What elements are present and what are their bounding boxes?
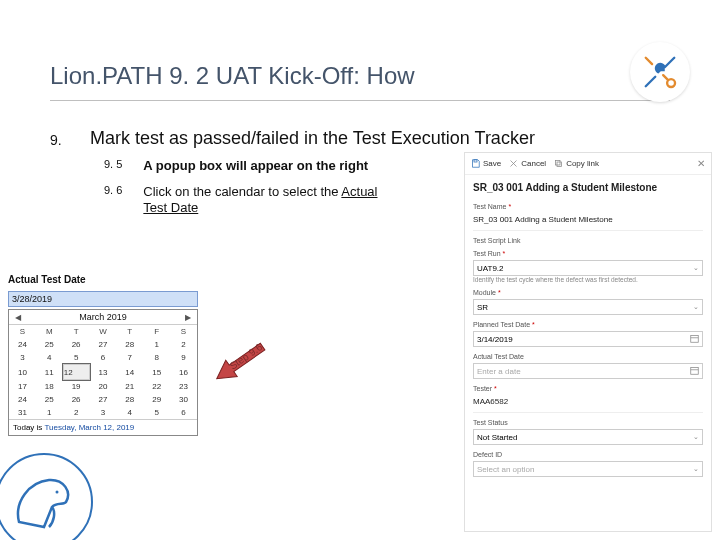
svg-rect-7: [557, 162, 562, 167]
calendar-day[interactable]: 7: [116, 351, 143, 364]
calendar-day[interactable]: 6: [170, 406, 197, 419]
save-button[interactable]: Save: [471, 159, 501, 168]
label-status: Test Status: [473, 419, 703, 426]
label-defect: Defect ID: [473, 451, 703, 458]
calendar-prev-icon[interactable]: ◀: [13, 313, 23, 322]
substep-95: 9. 5 A popup box will appear on the righ…: [104, 158, 393, 174]
calendar-day[interactable]: 4: [116, 406, 143, 419]
calendar-day[interactable]: 29: [143, 393, 170, 406]
calendar-day[interactable]: 26: [63, 338, 90, 351]
calendar-day[interactable]: 2: [63, 406, 90, 419]
input-planned-date[interactable]: 3/14/2019: [473, 331, 703, 347]
substep-96: 9. 6 Click on the calendar to select the…: [104, 184, 393, 217]
svg-rect-9: [691, 367, 699, 374]
label-testrun: Test Run: [473, 250, 703, 257]
value-tester: MAA6582: [473, 395, 703, 413]
calendar-day[interactable]: 18: [36, 380, 63, 393]
calendar-day[interactable]: 27: [90, 393, 117, 406]
value-testname: SR_03 001 Adding a Student Milestone: [473, 213, 703, 231]
calendar-day[interactable]: 31: [9, 406, 36, 419]
label-module: Module: [473, 289, 703, 296]
svg-rect-6: [556, 161, 561, 166]
form-panel: Save Cancel Copy link ✕ SR_03 001 Adding…: [464, 152, 712, 532]
calendar-day[interactable]: 14: [116, 364, 143, 380]
calendar-day[interactable]: 25: [36, 393, 63, 406]
calendar-day[interactable]: 28: [116, 338, 143, 351]
calendar-day[interactable]: 27: [90, 338, 117, 351]
calendar-day[interactable]: 30: [170, 393, 197, 406]
input-actual-date[interactable]: Enter a date: [473, 363, 703, 379]
label-planned: Planned Test Date: [473, 321, 703, 328]
calendar-day[interactable]: 4: [36, 351, 63, 364]
callout-step-96: Step 9.6: [210, 340, 280, 394]
calendar-month: March 2019: [79, 312, 127, 322]
title-underline: [50, 100, 670, 101]
calendar-day[interactable]: 8: [143, 351, 170, 364]
calendar-popup: Actual Test Date 3/28/2019 ◀ March 2019 …: [8, 274, 208, 436]
copy-link-button[interactable]: Copy link: [554, 159, 599, 168]
svg-point-10: [0, 454, 92, 540]
actual-date-input[interactable]: 3/28/2019: [8, 291, 198, 307]
calendar-today[interactable]: Today is Tuesday, March 12, 2019: [9, 419, 197, 435]
calendar-day[interactable]: 11: [36, 364, 63, 380]
close-icon[interactable]: ✕: [697, 158, 705, 169]
step-number: 9.: [50, 132, 62, 148]
calendar-field-label: Actual Test Date: [8, 274, 208, 285]
svg-text:Step 9.6: Step 9.6: [227, 341, 264, 372]
calendar-day[interactable]: 26: [63, 393, 90, 406]
calendar-day[interactable]: 2: [170, 338, 197, 351]
svg-rect-5: [474, 160, 477, 162]
calendar-day[interactable]: 5: [143, 406, 170, 419]
select-testrun[interactable]: UAT9.2⌄: [473, 260, 703, 276]
calendar-day[interactable]: 28: [116, 393, 143, 406]
label-testname: Test Name: [473, 203, 703, 210]
cancel-button[interactable]: Cancel: [509, 159, 546, 168]
calendar-day[interactable]: 24: [9, 338, 36, 351]
calendar-day[interactable]: 3: [9, 351, 36, 364]
calendar-icon[interactable]: [690, 366, 699, 377]
select-module[interactable]: SR⌄: [473, 299, 703, 315]
calendar-day[interactable]: 25: [36, 338, 63, 351]
calendar-day[interactable]: 6: [90, 351, 117, 364]
calendar-day[interactable]: 21: [116, 380, 143, 393]
calendar-day[interactable]: 10: [9, 364, 36, 380]
calendar-day[interactable]: 13: [90, 364, 117, 380]
svg-rect-8: [691, 335, 699, 342]
select-defect[interactable]: Select an option⌄: [473, 461, 703, 477]
calendar-day[interactable]: 24: [9, 393, 36, 406]
select-status[interactable]: Not Started⌄: [473, 429, 703, 445]
step-text: Mark test as passed/failed in the Test E…: [90, 128, 535, 149]
calendar-day[interactable]: 17: [9, 380, 36, 393]
page-title: Lion.PATH 9. 2 UAT Kick-Off: How: [50, 62, 415, 90]
label-tester: Tester: [473, 385, 703, 392]
hint-testrun: Identify the test cycle where the defect…: [473, 276, 703, 283]
calendar-icon[interactable]: [690, 334, 699, 345]
calendar-next-icon[interactable]: ▶: [183, 313, 193, 322]
calendar-day[interactable]: 15: [143, 364, 170, 380]
calendar-day[interactable]: 22: [143, 380, 170, 393]
label-testscript: Test Script Link: [473, 237, 703, 244]
panel-title: SR_03 001 Adding a Student Milestone: [465, 175, 711, 197]
lion-logo-icon: [0, 452, 94, 540]
wrench-icon: [630, 42, 690, 102]
calendar-day[interactable]: 3: [90, 406, 117, 419]
calendar-day[interactable]: 16: [170, 364, 197, 380]
calendar-widget[interactable]: ◀ March 2019 ▶ SMTWTFS242526272812345678…: [8, 309, 198, 436]
label-actual: Actual Test Date: [473, 353, 703, 360]
calendar-day[interactable]: 5: [63, 351, 90, 364]
calendar-day[interactable]: 12: [63, 364, 90, 380]
calendar-day[interactable]: 9: [170, 351, 197, 364]
calendar-day[interactable]: 19: [63, 380, 90, 393]
calendar-day[interactable]: 1: [36, 406, 63, 419]
calendar-grid[interactable]: SMTWTFS242526272812345678910111213141516…: [9, 325, 197, 419]
svg-point-11: [56, 491, 59, 494]
calendar-day[interactable]: 1: [143, 338, 170, 351]
calendar-day[interactable]: 23: [170, 380, 197, 393]
calendar-day[interactable]: 20: [90, 380, 117, 393]
